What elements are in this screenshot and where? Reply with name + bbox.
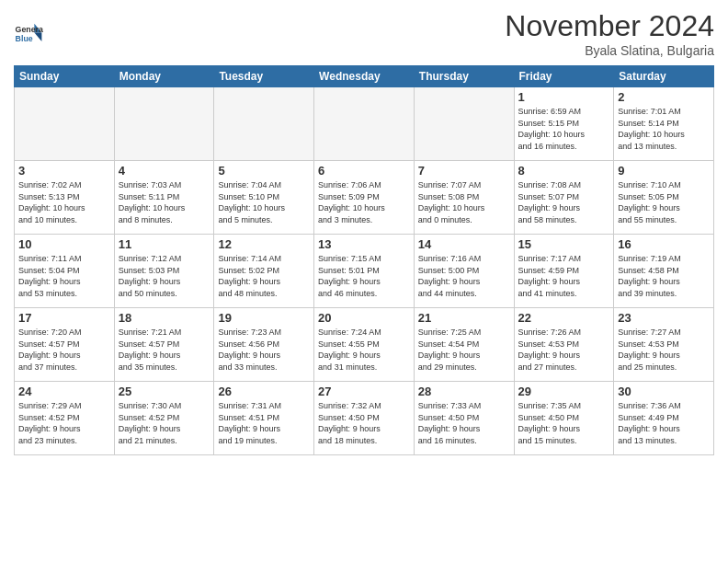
col-thursday: Thursday [414, 66, 514, 87]
logo-icon: General Blue [14, 19, 43, 49]
day-number: 24 [18, 385, 110, 398]
calendar-cell: 26Sunrise: 7:31 AM Sunset: 4:51 PM Dayli… [214, 382, 314, 455]
calendar-week-5: 24Sunrise: 7:29 AM Sunset: 4:52 PM Dayli… [15, 382, 714, 455]
calendar-cell: 14Sunrise: 7:16 AM Sunset: 5:00 PM Dayli… [414, 235, 514, 308]
calendar-week-3: 10Sunrise: 7:11 AM Sunset: 5:04 PM Dayli… [15, 235, 714, 308]
day-number: 15 [518, 237, 610, 251]
day-info: Sunrise: 7:20 AM Sunset: 4:57 PM Dayligh… [18, 327, 110, 373]
day-info: Sunrise: 6:59 AM Sunset: 5:15 PM Dayligh… [518, 106, 610, 152]
day-number: 7 [418, 164, 510, 178]
col-monday: Monday [114, 66, 214, 87]
calendar-cell: 13Sunrise: 7:15 AM Sunset: 5:01 PM Dayli… [314, 235, 415, 308]
calendar-cell: 23Sunrise: 7:27 AM Sunset: 4:53 PM Dayli… [614, 308, 714, 382]
col-wednesday: Wednesday [314, 66, 415, 87]
day-info: Sunrise: 7:29 AM Sunset: 4:52 PM Dayligh… [18, 400, 110, 446]
calendar-cell: 17Sunrise: 7:20 AM Sunset: 4:57 PM Dayli… [15, 308, 115, 382]
calendar-cell: 5Sunrise: 7:04 AM Sunset: 5:10 PM Daylig… [214, 161, 314, 235]
day-info: Sunrise: 7:16 AM Sunset: 5:00 PM Dayligh… [418, 253, 510, 299]
day-number: 11 [119, 237, 210, 251]
day-number: 1 [518, 90, 610, 104]
calendar-cell [314, 87, 415, 161]
logo: General Blue [14, 19, 43, 49]
calendar-cell: 20Sunrise: 7:24 AM Sunset: 4:55 PM Dayli… [314, 308, 415, 382]
svg-text:General: General [16, 25, 43, 34]
calendar-cell: 3Sunrise: 7:02 AM Sunset: 5:13 PM Daylig… [15, 161, 115, 235]
day-number: 26 [218, 385, 310, 398]
page: General Blue November 2024 Byala Slatina… [0, 0, 728, 563]
day-info: Sunrise: 7:06 AM Sunset: 5:09 PM Dayligh… [318, 179, 410, 225]
calendar-cell: 29Sunrise: 7:35 AM Sunset: 4:50 PM Dayli… [514, 382, 614, 455]
calendar-cell: 9Sunrise: 7:10 AM Sunset: 5:05 PM Daylig… [614, 161, 714, 235]
day-number: 6 [318, 164, 410, 178]
day-info: Sunrise: 7:07 AM Sunset: 5:08 PM Dayligh… [418, 179, 510, 225]
day-number: 12 [218, 237, 310, 251]
calendar-table: Sunday Monday Tuesday Wednesday Thursday… [14, 65, 714, 455]
day-info: Sunrise: 7:04 AM Sunset: 5:10 PM Dayligh… [218, 179, 310, 225]
calendar-cell: 24Sunrise: 7:29 AM Sunset: 4:52 PM Dayli… [15, 382, 115, 455]
day-info: Sunrise: 7:25 AM Sunset: 4:54 PM Dayligh… [418, 327, 510, 373]
day-number: 30 [618, 385, 710, 398]
calendar-cell [414, 87, 514, 161]
day-number: 10 [18, 237, 110, 251]
calendar-cell: 16Sunrise: 7:19 AM Sunset: 4:58 PM Dayli… [614, 235, 714, 308]
day-number: 9 [618, 164, 710, 178]
day-number: 22 [518, 311, 610, 325]
day-number: 8 [518, 164, 610, 178]
calendar-cell: 18Sunrise: 7:21 AM Sunset: 4:57 PM Dayli… [114, 308, 214, 382]
day-number: 20 [318, 311, 410, 325]
day-number: 14 [418, 237, 510, 251]
day-info: Sunrise: 7:14 AM Sunset: 5:02 PM Dayligh… [218, 253, 310, 299]
day-info: Sunrise: 7:19 AM Sunset: 4:58 PM Dayligh… [618, 253, 710, 299]
month-title: November 2024 [505, 9, 714, 43]
day-number: 13 [318, 237, 410, 251]
header-row: Sunday Monday Tuesday Wednesday Thursday… [15, 66, 714, 87]
day-number: 3 [18, 164, 110, 178]
calendar-week-1: 1Sunrise: 6:59 AM Sunset: 5:15 PM Daylig… [15, 87, 714, 161]
calendar-cell: 15Sunrise: 7:17 AM Sunset: 4:59 PM Dayli… [514, 235, 614, 308]
calendar-cell: 12Sunrise: 7:14 AM Sunset: 5:02 PM Dayli… [214, 235, 314, 308]
calendar-cell: 4Sunrise: 7:03 AM Sunset: 5:11 PM Daylig… [114, 161, 214, 235]
day-info: Sunrise: 7:02 AM Sunset: 5:13 PM Dayligh… [18, 179, 110, 225]
calendar-cell [114, 87, 214, 161]
day-info: Sunrise: 7:21 AM Sunset: 4:57 PM Dayligh… [119, 327, 210, 373]
title-block: November 2024 Byala Slatina, Bulgaria [505, 9, 714, 58]
calendar-cell: 11Sunrise: 7:12 AM Sunset: 5:03 PM Dayli… [114, 235, 214, 308]
calendar-cell: 10Sunrise: 7:11 AM Sunset: 5:04 PM Dayli… [15, 235, 115, 308]
day-info: Sunrise: 7:10 AM Sunset: 5:05 PM Dayligh… [618, 179, 710, 225]
day-info: Sunrise: 7:36 AM Sunset: 4:49 PM Dayligh… [618, 400, 710, 446]
calendar-cell: 7Sunrise: 7:07 AM Sunset: 5:08 PM Daylig… [414, 161, 514, 235]
day-number: 2 [618, 90, 710, 104]
col-tuesday: Tuesday [214, 66, 314, 87]
calendar-cell: 30Sunrise: 7:36 AM Sunset: 4:49 PM Dayli… [614, 382, 714, 455]
col-sunday: Sunday [15, 66, 115, 87]
day-number: 16 [618, 237, 710, 251]
day-info: Sunrise: 7:03 AM Sunset: 5:11 PM Dayligh… [119, 179, 210, 225]
day-number: 18 [119, 311, 210, 325]
day-info: Sunrise: 7:15 AM Sunset: 5:01 PM Dayligh… [318, 253, 410, 299]
day-number: 23 [618, 311, 710, 325]
day-info: Sunrise: 7:17 AM Sunset: 4:59 PM Dayligh… [518, 253, 610, 299]
day-number: 28 [418, 385, 510, 398]
day-info: Sunrise: 7:01 AM Sunset: 5:14 PM Dayligh… [618, 106, 710, 152]
calendar-cell: 19Sunrise: 7:23 AM Sunset: 4:56 PM Dayli… [214, 308, 314, 382]
header: General Blue November 2024 Byala Slatina… [14, 9, 714, 58]
calendar-week-2: 3Sunrise: 7:02 AM Sunset: 5:13 PM Daylig… [15, 161, 714, 235]
day-info: Sunrise: 7:35 AM Sunset: 4:50 PM Dayligh… [518, 400, 610, 446]
calendar-cell: 2Sunrise: 7:01 AM Sunset: 5:14 PM Daylig… [614, 87, 714, 161]
col-saturday: Saturday [614, 66, 714, 87]
day-info: Sunrise: 7:24 AM Sunset: 4:55 PM Dayligh… [318, 327, 410, 373]
day-info: Sunrise: 7:31 AM Sunset: 4:51 PM Dayligh… [218, 400, 310, 446]
col-friday: Friday [514, 66, 614, 87]
calendar-cell: 25Sunrise: 7:30 AM Sunset: 4:52 PM Dayli… [114, 382, 214, 455]
day-info: Sunrise: 7:27 AM Sunset: 4:53 PM Dayligh… [618, 327, 710, 373]
day-number: 29 [518, 385, 610, 398]
day-info: Sunrise: 7:26 AM Sunset: 4:53 PM Dayligh… [518, 327, 610, 373]
calendar-cell: 1Sunrise: 6:59 AM Sunset: 5:15 PM Daylig… [514, 87, 614, 161]
day-info: Sunrise: 7:30 AM Sunset: 4:52 PM Dayligh… [119, 400, 210, 446]
day-info: Sunrise: 7:32 AM Sunset: 4:50 PM Dayligh… [318, 400, 410, 446]
day-number: 17 [18, 311, 110, 325]
calendar-cell: 22Sunrise: 7:26 AM Sunset: 4:53 PM Dayli… [514, 308, 614, 382]
calendar-cell [15, 87, 115, 161]
calendar-cell [214, 87, 314, 161]
day-number: 19 [218, 311, 310, 325]
